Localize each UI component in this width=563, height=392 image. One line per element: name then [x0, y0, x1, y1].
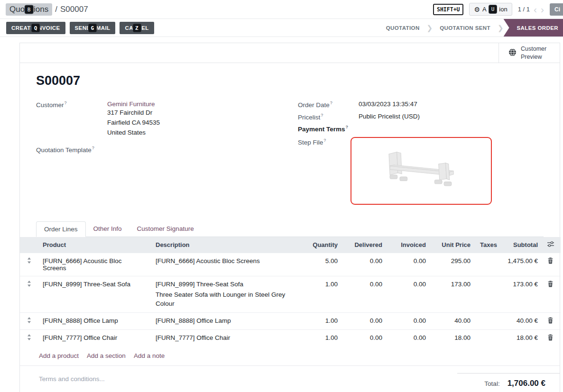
- tab-customer-signature[interactable]: Customer Signature: [129, 221, 202, 237]
- step-file-preview[interactable]: [351, 137, 492, 205]
- action-bar: CREATE INVOICE Q SEND EMAIL G CANCEL Z Q…: [0, 19, 563, 37]
- drag-handle-icon[interactable]: [27, 281, 31, 288]
- table-row[interactable]: [FURN_7777] Office Chair [FURN_7777] Off…: [20, 329, 561, 346]
- step-file-3d-render: [374, 144, 469, 198]
- cell-product[interactable]: [FURN_8888] Office Lamp: [38, 312, 151, 329]
- fields-right-column: Order Date? 03/03/2023 13:35:47 Pricelis…: [298, 100, 544, 209]
- page-title: S00007: [36, 73, 544, 88]
- header-delivered[interactable]: Delivered: [342, 237, 387, 253]
- total-label: Total:: [484, 380, 499, 387]
- cell-unit-price[interactable]: 18.00: [431, 329, 475, 346]
- order-date-value[interactable]: 03/03/2023 13:35:47: [359, 100, 417, 109]
- cell-taxes[interactable]: [475, 312, 497, 329]
- customer-value: Gemini Furniture 317 Fairchild Dr Fairfi…: [107, 100, 160, 137]
- cell-delivered[interactable]: 0.00: [342, 329, 387, 346]
- record-pager: 1 / 1 ‹ ›: [518, 4, 544, 14]
- status-step-quotation[interactable]: QUOTATION: [379, 19, 427, 36]
- record-sheet: Customer Preview S00007 Customer? Gemini…: [19, 43, 560, 392]
- drag-handle-icon[interactable]: [27, 317, 31, 325]
- header-handle: [20, 237, 38, 253]
- customer-address: 317 Fairchild Dr Fairfield CA 94535 Unit…: [107, 108, 160, 137]
- pager-prev-icon[interactable]: ‹: [534, 4, 537, 14]
- customer-preview-button[interactable]: Customer Preview: [498, 43, 560, 63]
- top-bar: Quotations B / S00007 SHIFT+U ⚙ A U ion …: [0, 0, 563, 19]
- chevron-right-icon: [498, 19, 504, 36]
- cell-description[interactable]: [FURN_7777] Office Chair: [151, 329, 299, 346]
- tab-order-lines[interactable]: Order Lines: [36, 221, 86, 237]
- pricelist-value[interactable]: Public Pricelist (USD): [359, 113, 420, 121]
- table-footer-links: Add a product Add a section Add a note: [20, 346, 560, 366]
- delete-row-icon[interactable]: [543, 312, 561, 329]
- drag-handle-icon[interactable]: [27, 257, 31, 265]
- cell-quantity[interactable]: 5.00: [299, 253, 342, 276]
- cell-delivered[interactable]: 0.00: [342, 253, 387, 276]
- cell-invoiced[interactable]: 0.00: [387, 329, 431, 346]
- optional-columns-icon[interactable]: [543, 237, 561, 253]
- cell-subtotal: 18.00 €: [497, 329, 543, 346]
- total-value: 1,706.00 €: [508, 379, 545, 388]
- drag-handle-icon[interactable]: [27, 334, 31, 342]
- send-email-button[interactable]: SEND EMAIL G: [70, 22, 116, 34]
- cell-description[interactable]: [FURN_8999] Three-Seat Sofa Three Seater…: [151, 276, 299, 312]
- cell-quantity[interactable]: 1.00: [299, 312, 342, 329]
- table-row[interactable]: [FURN_8999] Three-Seat Sofa [FURN_8999] …: [20, 276, 561, 312]
- address-line: Fairfield CA 94535: [107, 118, 160, 128]
- cell-quantity[interactable]: 1.00: [299, 329, 342, 346]
- add-product-link[interactable]: Add a product: [39, 352, 79, 359]
- cell-invoiced[interactable]: 0.00: [387, 312, 431, 329]
- create-invoice-button[interactable]: CREATE INVOICE Q: [6, 22, 65, 34]
- cell-taxes[interactable]: [475, 329, 497, 346]
- status-step-sales-order[interactable]: SALES ORDER: [504, 19, 563, 36]
- header-description[interactable]: Description: [151, 237, 299, 253]
- header-taxes[interactable]: Taxes: [475, 237, 497, 253]
- edge-cutoff-button[interactable]: Ci: [550, 3, 563, 16]
- description-line: Three Seater Sofa with Lounger in Steel …: [156, 290, 294, 308]
- add-section-link[interactable]: Add a section: [87, 352, 126, 359]
- cell-product[interactable]: [FURN_7777] Office Chair: [38, 329, 151, 346]
- cell-unit-price[interactable]: 40.00: [431, 312, 475, 329]
- description-line: [FURN_8999] Three-Seat Sofa: [156, 281, 294, 288]
- pager-next-icon[interactable]: ›: [541, 4, 544, 14]
- add-note-link[interactable]: Add a note: [134, 352, 165, 359]
- action-label-post: ion: [499, 6, 507, 13]
- delete-row-icon[interactable]: [543, 329, 561, 346]
- table-row[interactable]: [FURN_6666] Acoustic Bloc Screens [FURN_…: [20, 253, 561, 276]
- delete-row-icon[interactable]: [543, 253, 561, 276]
- table-row[interactable]: [FURN_8888] Office Lamp [FURN_8888] Offi…: [20, 312, 561, 329]
- keyboard-hint-badge: Q: [32, 24, 40, 32]
- help-icon: ?: [330, 100, 332, 105]
- action-menu-button[interactable]: ⚙ A U ion: [469, 3, 512, 16]
- cancel-button[interactable]: CANCEL Z: [120, 22, 154, 34]
- breadcrumb-quotations[interactable]: Quotations B: [6, 3, 52, 16]
- cell-description[interactable]: [FURN_8888] Office Lamp: [151, 312, 299, 329]
- cell-quantity[interactable]: 1.00: [299, 276, 342, 312]
- cell-product[interactable]: [FURN_6666] Acoustic Bloc Screens: [38, 253, 151, 276]
- tab-other-info[interactable]: Other Info: [86, 221, 129, 237]
- help-icon: ?: [346, 125, 349, 129]
- field-customer: Customer? Gemini Furniture 317 Fairchild…: [36, 100, 298, 137]
- cell-unit-price[interactable]: 295.00: [431, 253, 475, 276]
- header-invoiced[interactable]: Invoiced: [387, 237, 431, 253]
- status-step-quotation-sent[interactable]: QUOTATION SENT: [433, 19, 498, 36]
- cell-delivered[interactable]: 0.00: [342, 312, 387, 329]
- cell-invoiced[interactable]: 0.00: [387, 253, 431, 276]
- cell-description[interactable]: [FURN_6666] Acoustic Bloc Screens: [151, 253, 299, 276]
- cell-delivered[interactable]: 0.00: [342, 276, 387, 312]
- terms-and-conditions-input[interactable]: Terms and conditions...: [39, 373, 105, 388]
- sheet-header-bar: Customer Preview: [20, 43, 560, 63]
- cell-taxes[interactable]: [475, 253, 497, 276]
- header-product[interactable]: Product: [38, 237, 151, 253]
- fields-left-column: Customer? Gemini Furniture 317 Fairchild…: [36, 100, 298, 209]
- header-subtotal[interactable]: Subtotal: [497, 237, 543, 253]
- header-quantity[interactable]: Quantity: [299, 237, 342, 253]
- cell-subtotal: 173.00 €: [497, 276, 543, 312]
- delete-row-icon[interactable]: [543, 276, 561, 312]
- cell-unit-price[interactable]: 173.00: [431, 276, 475, 312]
- cell-taxes[interactable]: [475, 276, 497, 312]
- shortcut-button[interactable]: SHIFT+U: [433, 4, 463, 15]
- order-lines-table: Product Description Quantity Delivered I…: [20, 237, 561, 346]
- cell-product[interactable]: [FURN_8999] Three-Seat Sofa: [38, 276, 151, 312]
- header-unit-price[interactable]: Unit Price: [431, 237, 475, 253]
- cell-invoiced[interactable]: 0.00: [387, 276, 431, 312]
- customer-link[interactable]: Gemini Furniture: [107, 100, 155, 108]
